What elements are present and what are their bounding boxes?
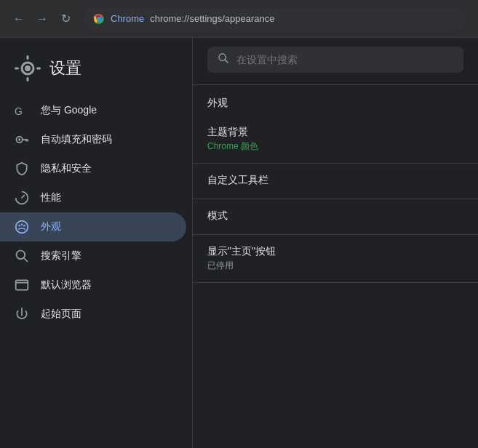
refresh-button[interactable]: ↻ (58, 12, 73, 26)
startup-icon (15, 307, 29, 321)
key-icon (15, 132, 29, 147)
svg-rect-20 (16, 280, 28, 289)
menu-item-home-button-title: 显示"主页"按钮 (207, 245, 463, 258)
content-area: 外观 主题背景 Chrome 颜色 自定义工具栏 模式 显示"主页"按钮 已停用 (193, 38, 478, 448)
google-icon: G (15, 103, 29, 118)
sidebar-label-startup: 起始页面 (41, 308, 81, 321)
svg-line-19 (24, 258, 28, 262)
sidebar: 设置 G 您与 Google 自动填充和密码 (0, 38, 193, 448)
browser-icon (15, 278, 29, 292)
menu-item-mode[interactable]: 模式 (193, 199, 478, 235)
menu-item-mode-title: 模式 (207, 209, 463, 223)
section-title: 外观 (193, 85, 478, 116)
svg-text:G: G (15, 105, 23, 117)
sidebar-item-autofill[interactable]: 自动填充和密码 (0, 125, 192, 154)
svg-point-17 (23, 225, 25, 227)
chrome-brand-label: Chrome (111, 13, 144, 24)
search-input-wrap[interactable] (207, 47, 463, 73)
menu-item-toolbar-title: 自定义工具栏 (207, 174, 463, 187)
menu-item-home-button[interactable]: 显示"主页"按钮 已停用 (193, 235, 478, 283)
search-icon (218, 52, 229, 67)
shield-icon (15, 161, 29, 176)
svg-line-13 (22, 196, 24, 198)
sidebar-item-default-browser[interactable]: 默认浏览器 (0, 271, 192, 300)
menu-item-toolbar[interactable]: 自定义工具栏 (193, 164, 478, 199)
settings-logo-icon (15, 55, 41, 81)
svg-rect-4 (27, 77, 29, 81)
menu-item-home-button-subtitle: 已停用 (207, 260, 463, 272)
search-icon (15, 249, 29, 263)
main-layout: 设置 G 您与 Google 自动填充和密码 (0, 38, 478, 448)
sidebar-label-appearance: 外观 (41, 220, 61, 233)
svg-rect-6 (36, 68, 41, 70)
search-input[interactable] (236, 54, 453, 65)
sidebar-header: 设置 (0, 49, 192, 96)
address-bar[interactable]: Chrome chrome://settings/appearance (84, 7, 466, 31)
menu-item-theme-title: 主题背景 (207, 126, 463, 139)
svg-line-24 (225, 60, 228, 63)
nav-buttons: ← → ↻ (12, 12, 73, 26)
palette-icon (15, 220, 29, 234)
svg-point-16 (21, 223, 23, 225)
svg-point-9 (18, 138, 20, 140)
sidebar-label-google: 您与 Google (41, 104, 97, 117)
svg-point-2 (25, 65, 31, 71)
svg-rect-3 (27, 55, 29, 60)
search-bar (193, 38, 478, 85)
sidebar-label-privacy: 隐私和安全 (41, 162, 92, 175)
sidebar-item-performance[interactable]: 性能 (0, 183, 192, 212)
forward-button[interactable]: → (35, 12, 49, 26)
menu-item-theme[interactable]: 主题背景 Chrome 颜色 (193, 116, 478, 164)
sidebar-item-privacy[interactable]: 隐私和安全 (0, 154, 192, 183)
sidebar-item-search[interactable]: 搜索引擎 (0, 241, 192, 271)
back-button[interactable]: ← (12, 12, 26, 26)
browser-toolbar: ← → ↻ Chrome chrome://settings/appearanc… (0, 0, 478, 38)
url-text: chrome://settings/appearance (150, 13, 274, 24)
sidebar-item-appearance[interactable]: 外观 (0, 212, 186, 241)
speed-icon (15, 191, 29, 205)
svg-rect-5 (15, 68, 19, 70)
sidebar-label-performance: 性能 (41, 191, 61, 204)
sidebar-label-default-browser: 默认浏览器 (41, 279, 92, 292)
svg-point-15 (18, 225, 20, 227)
sidebar-item-google[interactable]: G 您与 Google (0, 96, 192, 125)
sidebar-item-startup[interactable]: 起始页面 (0, 300, 192, 329)
settings-title: 设置 (49, 57, 81, 79)
chrome-logo-icon (93, 13, 105, 25)
sidebar-label-search: 搜索引擎 (41, 249, 81, 263)
sidebar-label-autofill: 自动填充和密码 (41, 133, 112, 146)
menu-item-theme-subtitle: Chrome 颜色 (207, 140, 463, 153)
svg-point-14 (16, 221, 28, 233)
